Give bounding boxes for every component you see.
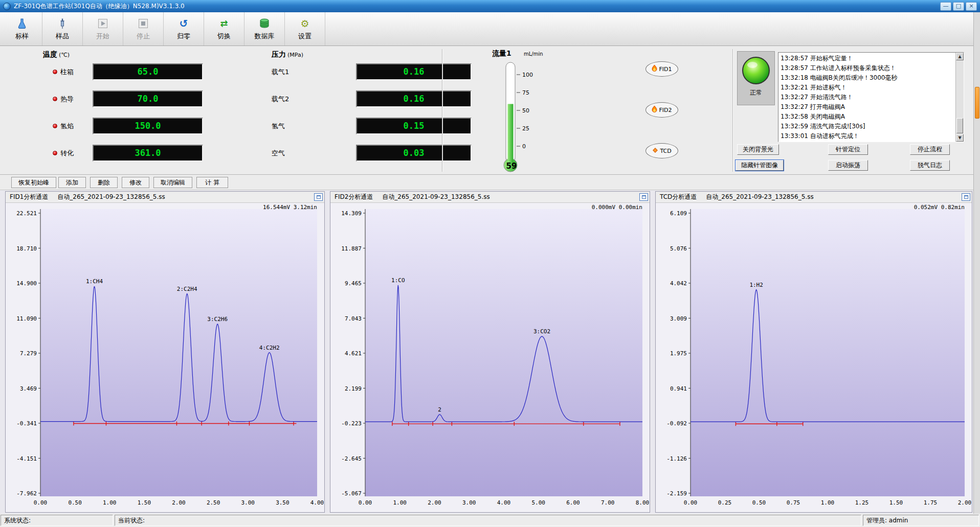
log-line: 13:33:01 自动进标气完成！: [781, 131, 962, 141]
chart-maximize-button[interactable]: [962, 193, 970, 201]
zero-reset-icon: ↺: [180, 17, 188, 30]
right-edge-tab[interactable]: [975, 87, 979, 119]
syringe-icon: [57, 17, 68, 30]
svg-text:11.090: 11.090: [16, 315, 37, 322]
modify-button[interactable]: 修改: [122, 177, 149, 188]
right-edge-scrollbar[interactable]: [973, 12, 980, 514]
svg-text:0.000mV 0.00min: 0.000mV 0.00min: [592, 204, 642, 211]
switch-button[interactable]: ⇄ 切换: [204, 12, 244, 45]
chart-header: TCD分析通道 自动_265_2021-09-23_132856_5.ss: [656, 192, 972, 203]
svg-text:-2.645: -2.645: [341, 455, 362, 462]
chromatogram-tcd[interactable]: 6.1095.0764.0423.0091.9750.941-0.092-1.1…: [656, 203, 972, 512]
start-button[interactable]: 开始: [83, 12, 123, 45]
svg-text:5.076: 5.076: [670, 245, 687, 252]
play-icon: [97, 17, 108, 30]
svg-text:2.199: 2.199: [345, 385, 362, 392]
svg-text:1.25: 1.25: [855, 499, 869, 506]
restore-initial-peak-button[interactable]: 恢复初始峰: [11, 177, 56, 188]
chart-header: FID2分析通道 自动_265_2021-09-23_132856_5.ss: [330, 192, 650, 203]
stop-flow-button[interactable]: 停止流程: [910, 144, 950, 155]
zero-reset-button[interactable]: ↺ 归零: [164, 12, 204, 45]
status-light-label: 正常: [750, 88, 762, 97]
title-bar: ZF-301Q色谱工作站(301Q自动（绝缘油）N528.M)V3.1.3.0 …: [0, 0, 980, 12]
pressure-display-carrier2: 0.16: [356, 90, 472, 107]
pressure-display-air: 0.03: [356, 145, 472, 162]
svg-text:14.900: 14.900: [16, 280, 37, 287]
minimize-button[interactable]: —: [940, 2, 951, 11]
svg-text:0: 0: [522, 143, 526, 150]
delete-button[interactable]: 删除: [90, 177, 118, 188]
close-button[interactable]: ×: [966, 2, 977, 11]
svg-text:3.00: 3.00: [241, 499, 255, 506]
svg-text:1:H2: 1:H2: [749, 282, 763, 288]
svg-text:3.009: 3.009: [670, 315, 687, 322]
temp-display-fid: 150.0: [93, 118, 203, 134]
svg-text:3:C2H6: 3:C2H6: [207, 316, 228, 323]
chromatogram-fid1[interactable]: 22.52118.71014.90011.0907.2793.469-0.341…: [6, 203, 324, 512]
svg-text:2.50: 2.50: [207, 499, 220, 506]
svg-text:7.043: 7.043: [345, 315, 362, 322]
temp-display-converter: 361.0: [93, 145, 203, 162]
flame-icon: [652, 106, 657, 114]
status-light-box: 正常: [737, 51, 775, 105]
svg-text:0.00: 0.00: [34, 499, 48, 506]
toolbar-label: 开始: [96, 32, 109, 41]
scroll-down-icon[interactable]: ▼: [956, 134, 964, 142]
degas-log-button[interactable]: 脱气日志: [910, 160, 950, 171]
log-line: 13:32:21 开始进标气！: [781, 83, 962, 93]
flow-value: 59: [496, 162, 527, 171]
temp-label-converter: 转化: [60, 149, 74, 158]
needle-position-button[interactable]: 针管定位: [828, 144, 868, 155]
scroll-up-icon[interactable]: ▲: [956, 53, 964, 60]
toolbar-label: 归零: [177, 32, 190, 41]
settings-button[interactable]: ⚙ 设置: [285, 12, 325, 45]
message-log[interactable]: 13:28:57 开始标气定量！ 13:28:57 工作站进入标样预备采集状态！…: [778, 52, 964, 142]
svg-text:2.00: 2.00: [172, 499, 186, 506]
svg-text:1.50: 1.50: [138, 499, 151, 506]
maximize-icon: [317, 195, 321, 199]
svg-text:9.465: 9.465: [345, 280, 362, 287]
log-line: 13:32:18 电磁阀B关闭后缓冲！3000毫秒: [781, 73, 962, 83]
close-backlight-button[interactable]: 关闭背景光: [737, 144, 779, 155]
cancel-edit-button[interactable]: 取消编辑: [153, 177, 192, 188]
log-scroll-thumb[interactable]: [956, 118, 963, 133]
start-oscillation-button[interactable]: 启动振荡: [828, 160, 868, 171]
log-scrollbar[interactable]: ▲ ▼: [955, 53, 964, 142]
svg-text:0.25: 0.25: [718, 499, 732, 506]
svg-text:1.00: 1.00: [393, 499, 407, 506]
svg-text:25: 25: [522, 125, 529, 132]
app-window: ZF-301Q色谱工作站(301Q自动（绝缘油）N528.M)V3.1.3.0 …: [0, 0, 980, 527]
calculate-button[interactable]: 计 算: [196, 177, 228, 188]
detector-fid2-button[interactable]: FID2: [645, 102, 678, 118]
temp-label-tcd: 热导: [60, 95, 74, 104]
chromatogram-fid2[interactable]: 14.30911.8879.4657.0434.6212.199-0.223-2…: [330, 203, 650, 512]
stop-button[interactable]: 停止: [123, 12, 164, 45]
panel-separator: [442, 49, 443, 172]
standard-sample-button[interactable]: 标样: [2, 12, 42, 45]
pressure-label-hydrogen: 氢气: [272, 122, 285, 131]
chart-maximize-button[interactable]: [314, 193, 323, 201]
pressure-label-carrier1: 载气1: [272, 67, 289, 77]
svg-text:1.50: 1.50: [889, 499, 903, 506]
detector-tcd-button[interactable]: TCD: [645, 143, 678, 158]
settings-icon: ⚙: [300, 17, 309, 30]
svg-text:0.50: 0.50: [68, 499, 82, 506]
chart-maximize-button[interactable]: [639, 193, 648, 201]
chart-panel-fid2: FID2分析通道 自动_265_2021-09-23_132856_5.ss 1…: [330, 191, 650, 513]
svg-text:4.621: 4.621: [345, 350, 362, 357]
svg-text:2:C2H4: 2:C2H4: [177, 286, 197, 292]
chart-channel-label: TCD分析通道: [660, 193, 697, 201]
admin-cell: 管理员: admin: [863, 515, 979, 526]
chart-file-label: 自动_265_2021-09-23_132856_5.ss: [57, 193, 165, 201]
hide-needle-image-button[interactable]: 隐藏针管图像: [736, 160, 784, 171]
detector-fid1-button[interactable]: FID1: [645, 61, 678, 77]
chart-file-label: 自动_265_2021-09-23_132856_5.ss: [382, 193, 489, 201]
maximize-button[interactable]: □: [953, 2, 964, 11]
chart-panel-tcd: TCD分析通道 自动_265_2021-09-23_132856_5.ss 6.…: [655, 191, 972, 513]
add-button[interactable]: 添加: [58, 177, 86, 188]
pressure-unit: (MPa): [287, 52, 303, 58]
svg-text:18.710: 18.710: [16, 245, 37, 252]
database-button[interactable]: 数据库: [244, 12, 285, 45]
detector-label: FID2: [659, 107, 672, 113]
sample-button[interactable]: 样品: [42, 12, 83, 45]
